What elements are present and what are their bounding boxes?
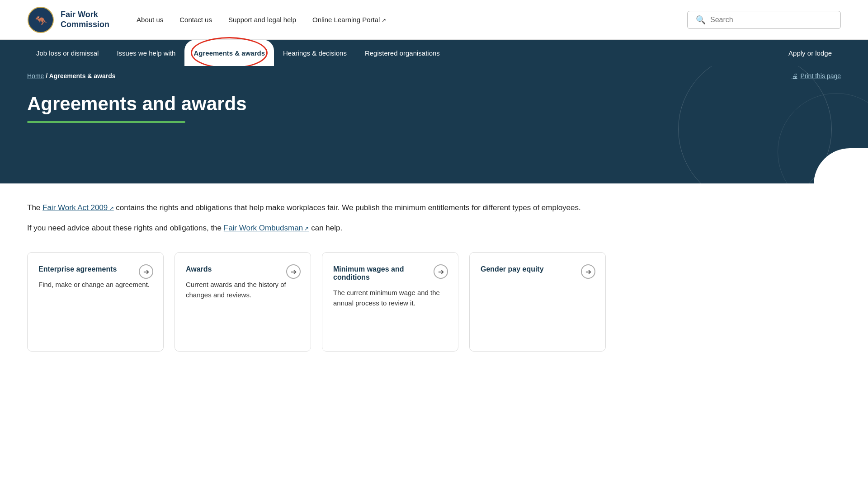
card-gender-pay-arrow: ➔: [581, 264, 595, 279]
title-underline: [27, 121, 185, 123]
hero-curve: [814, 148, 868, 183]
main-navigation: Job loss or dismissal Issues we help wit…: [0, 40, 868, 66]
card-enterprise-arrow: ➔: [139, 264, 153, 279]
nav-support[interactable]: Support and legal help: [228, 16, 296, 23]
main-nav-issues[interactable]: Issues we help with: [108, 40, 184, 66]
card-gender-pay[interactable]: Gender pay equity ➔: [469, 252, 606, 352]
card-minimum-wages-desc: The current minimum wage and the annual …: [333, 288, 447, 308]
site-logo[interactable]: 🦘 Fair Work Commission: [27, 6, 109, 33]
card-enterprise-agreements[interactable]: Enterprise agreements ➔ Find, make or ch…: [27, 252, 164, 352]
nav-active-agreements-wrapper: Agreements & awards: [184, 40, 274, 66]
card-minimum-wages[interactable]: Minimum wages and conditions ➔ The curre…: [322, 252, 458, 352]
card-awards-desc: Current awards and the history of change…: [186, 280, 300, 300]
page-title: Agreements and awards: [27, 93, 841, 115]
card-minimum-wages-title: Minimum wages and conditions: [333, 265, 447, 282]
top-nav-links: About us Contact us Support and legal he…: [137, 16, 687, 23]
card-enterprise-title: Enterprise agreements: [38, 265, 152, 273]
svg-text:🦘: 🦘: [35, 14, 47, 26]
card-gender-pay-title: Gender pay equity: [481, 265, 594, 273]
main-nav-registered[interactable]: Registered organisations: [356, 40, 449, 66]
breadcrumb-current: Agreements & awards: [49, 72, 116, 80]
search-input[interactable]: [710, 16, 832, 24]
card-awards-arrow: ➔: [286, 264, 301, 279]
search-icon: 🔍: [696, 15, 706, 25]
nav-about[interactable]: About us: [137, 16, 163, 23]
main-nav-hearings[interactable]: Hearings & decisions: [274, 40, 356, 66]
search-box: 🔍: [687, 11, 841, 29]
hero-banner: Home / Agreements & awards 🖨 Print this …: [0, 66, 868, 183]
breadcrumb-home[interactable]: Home: [27, 72, 44, 80]
main-nav-agreements[interactable]: Agreements & awards: [184, 40, 274, 66]
card-awards[interactable]: Awards ➔ Current awards and the history …: [175, 252, 311, 352]
print-button[interactable]: 🖨 Print this page: [792, 72, 841, 80]
card-awards-title: Awards: [186, 265, 300, 273]
breadcrumb: Home / Agreements & awards: [27, 66, 841, 93]
fair-work-ombudsman-link[interactable]: Fair Work Ombudsman: [224, 224, 309, 232]
print-icon: 🖨: [792, 72, 798, 80]
top-navigation: 🦘 Fair Work Commission About us Contact …: [0, 0, 868, 40]
site-name: Fair Work Commission: [61, 10, 109, 29]
card-enterprise-desc: Find, make or change an agreement.: [38, 280, 152, 290]
fair-work-act-link[interactable]: Fair Work Act 2009: [42, 203, 114, 212]
cards-grid: Enterprise agreements ➔ Find, make or ch…: [27, 252, 606, 352]
intro-paragraph-1: The Fair Work Act 2009 contains the righ…: [27, 202, 606, 214]
main-nav-apply[interactable]: Apply or lodge: [779, 40, 841, 66]
crest-icon: 🦘: [27, 6, 54, 33]
main-nav-job-loss[interactable]: Job loss or dismissal: [27, 40, 108, 66]
breadcrumb-separator: /: [46, 72, 49, 80]
nav-learning[interactable]: Online Learning Portal: [312, 16, 386, 23]
intro-paragraph-2: If you need advice about these rights an…: [27, 222, 606, 234]
main-content: The Fair Work Act 2009 contains the righ…: [0, 183, 633, 379]
nav-contact[interactable]: Contact us: [179, 16, 212, 23]
